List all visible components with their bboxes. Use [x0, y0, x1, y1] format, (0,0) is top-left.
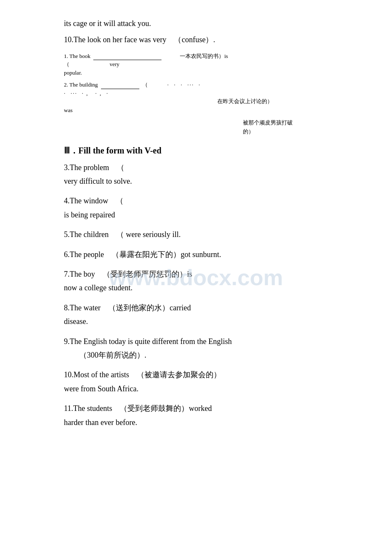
item6-hint: 暴露在阳光下的 [119, 250, 173, 259]
section-iii-title: Ⅲ．Fill the form with V-ed [64, 145, 358, 156]
item-11: 11.The students （受到老师鼓舞的）worked harder t… [64, 402, 358, 429]
item3-right: 被那个顽皮男孩打破的） [243, 119, 358, 136]
item5-text: 5.The children （ were seriously ill. [64, 230, 181, 239]
item11-text: 11.The students （ [64, 404, 127, 413]
item2-dots1: · · · ··· · [167, 81, 201, 88]
item1-hint: 一本农民写的书）is [180, 53, 228, 59]
item4-after: is being repaired [64, 211, 115, 219]
item2-right-block: 在昨天会议上讨论的）was [64, 98, 273, 113]
item2-paren: （ [142, 81, 148, 88]
small-item-1: 1. The book 一本农民写的书）is （ very popular. [64, 52, 358, 77]
item-7: 7.The boy （受到老师严厉惩罚的）is now a college st… [64, 267, 358, 295]
top-line-1: its cage or it will attack you. [64, 17, 358, 30]
item-5: 5.The children （ were seriously ill. [64, 228, 358, 241]
item8-text: 8.The water （ [64, 304, 116, 312]
item7-hint: 受到老师严厉惩罚的 [110, 270, 179, 278]
item10-after: were from South Africa. [64, 384, 138, 393]
item1-blank [93, 52, 161, 61]
item2-label: 2. The building [64, 81, 98, 88]
item-6: 6.The people （暴露在阳光下的）got sunburnt. [64, 248, 358, 261]
item2-dots2: · ··· · , · , · [64, 90, 109, 96]
item1-paren: （ [64, 61, 69, 67]
item-10: 10.Most of the artists （被邀请去参加聚会的） were … [64, 368, 358, 396]
item-9: 9.The English today is quite different f… [64, 335, 358, 362]
item1-popular: popular. [64, 69, 82, 76]
small-item-2: 2. The building （ · · · ··· · · ··· · , … [64, 80, 358, 115]
item10-hint: 被邀请去参加聚会的 [144, 370, 213, 379]
item6-text: 6.The people （ [64, 250, 119, 259]
item7-text: 7.The boy （ [64, 270, 110, 278]
item9-hint: （300年前所说的）. [79, 351, 147, 359]
item11-hint: 受到老师鼓舞的 [127, 404, 181, 413]
item-4: 4.The window （ is being repaired [64, 194, 358, 222]
small-item-3: 被那个顽皮男孩打破的） [64, 119, 358, 136]
item10-text: 10.Most of the artists （ [64, 370, 144, 379]
item3-after: very difficult to solve. [64, 177, 132, 185]
item4-num: 4.The window （ [64, 197, 124, 205]
item8-hint: 送到他家的水 [116, 304, 162, 312]
item-8: 8.The water （送到他家的水）carried disease. [64, 301, 358, 329]
item9-text: 9.The English today is quite different f… [64, 337, 232, 346]
item3-num: 3.The problem （ [64, 163, 124, 172]
item2-blank [101, 80, 139, 89]
item7-after: now a college student. [64, 283, 133, 292]
top-line-2: 10.The look on her face was very （confus… [64, 33, 358, 46]
item8-after: disease. [64, 317, 88, 326]
item1-very: very [110, 61, 119, 67]
item1-label: 1. The book [64, 53, 90, 59]
item-3: 3.The problem （ very difficult to solve. [64, 161, 358, 188]
item11-after: harder than ever before. [64, 418, 137, 427]
